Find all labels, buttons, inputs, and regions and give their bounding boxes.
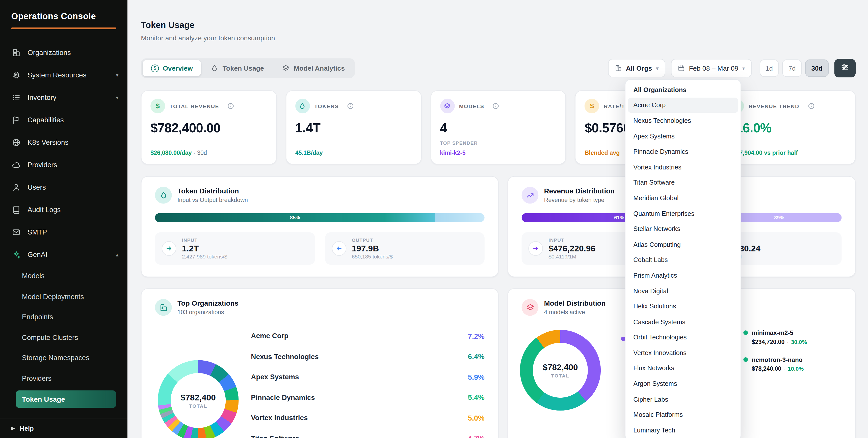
sidebar-subitem[interactable]: Providers [0, 368, 127, 389]
donut-center-label: $782,400 TOTAL [158, 360, 239, 438]
org-dropdown-item[interactable]: Apex Systems [628, 128, 738, 144]
sidebar-subitem[interactable]: Compute Clusters [0, 327, 127, 348]
info-icon[interactable] [228, 103, 235, 109]
range-7d-button[interactable]: 7d [782, 60, 802, 77]
org-row[interactable]: Acme Corp 7.2% [251, 326, 484, 346]
sidebar-subitem[interactable]: Storage Namespaces [0, 348, 127, 368]
layers-icon [522, 299, 538, 316]
sidebar-item-audit-logs[interactable]: Audit Logs [0, 198, 127, 221]
stat-value: ↑16.0% [730, 121, 846, 136]
help-button[interactable]: ▶ Help [0, 418, 127, 438]
legend-entry[interactable]: nemotron-3-nano $78,240.00 · 10.0% [743, 356, 807, 372]
range-1d-button[interactable]: 1d [760, 60, 779, 77]
org-dropdown-item[interactable]: Acme Corp [628, 97, 738, 113]
org-row[interactable]: Pinnacle Dynamics 5.4% [251, 387, 484, 408]
stat-footnote: 45.1B/day [295, 148, 323, 156]
page-title: Token Usage [141, 0, 856, 31]
org-dropdown-item[interactable]: Cipher Labs [628, 391, 738, 407]
org-dropdown-item[interactable]: Titan Software [628, 175, 738, 190]
stat-label: MODELS [459, 103, 484, 109]
org-dropdown-item[interactable]: Cascade Systems [628, 314, 738, 330]
sidebar-item-genai[interactable]: GenAI ▴ [0, 243, 127, 266]
org-dropdown-item[interactable]: Luminary Tech [628, 423, 738, 438]
org-dropdown-item[interactable]: Meridian Global [628, 190, 738, 205]
org-dropdown-item[interactable]: All Organizations [628, 82, 738, 97]
page-subtitle: Monitor and analyze your token consumpti… [141, 34, 856, 43]
view-tabs: $ Overview Token Usage Model Analytics [141, 58, 355, 78]
org-row[interactable]: Vortex Industries 5.0% [251, 408, 484, 428]
date-range-button[interactable]: Feb 08 – Mar 09 ▾ [671, 59, 751, 77]
org-dropdown-item[interactable]: Nexus Technologies [628, 113, 738, 128]
distribution-row: Token Distribution Input vs Output break… [141, 176, 856, 277]
stat-value: 1.4T [295, 121, 412, 136]
book-icon [11, 205, 21, 214]
org-dropdown-item[interactable]: Orbit Technologies [628, 330, 738, 345]
arrow-right-icon [162, 241, 177, 256]
sidebar-subitem[interactable]: Model Deployments [0, 287, 127, 307]
org-row[interactable]: Titan Software 4.7% [251, 428, 484, 438]
stat-value: 4 [440, 121, 557, 136]
tab-token-usage[interactable]: Token Usage [203, 60, 273, 76]
sidebar-subitem[interactable]: Endpoints [0, 307, 127, 327]
org-dropdown-item[interactable]: Vertex Innovations [628, 345, 738, 360]
org-dropdown-item[interactable]: Stellar Networks [628, 221, 738, 237]
stat-value: $782,400.00 [150, 121, 267, 136]
arrow-right-icon [528, 241, 543, 256]
tab-overview[interactable]: $ Overview [143, 60, 201, 76]
calendar-icon [678, 65, 685, 72]
sidebar-item-inventory[interactable]: Inventory ▾ [0, 87, 127, 109]
org-dropdown-item[interactable]: Pinnacle Dynamics [628, 144, 738, 159]
org-dropdown-item[interactable]: Argon Systems [628, 376, 738, 391]
token-distribution-card: Token Distribution Input vs Output break… [141, 176, 498, 277]
org-row[interactable]: Apex Systems 5.9% [251, 367, 484, 387]
mail-icon [11, 228, 21, 237]
sidebar-item-organizations[interactable]: Organizations [0, 42, 127, 64]
top-organizations-card: Top Organizations 103 organizations $782… [141, 288, 498, 438]
sidebar-item-smtp[interactable]: SMTP [0, 221, 127, 243]
stat-footnote: Blended avg [585, 148, 620, 156]
card-subtitle: Revenue by token type [544, 196, 615, 203]
tab-model-analytics[interactable]: Model Analytics [274, 60, 353, 76]
sidebar-subitem[interactable]: Models [0, 266, 127, 286]
sidebar-subitem[interactable]: Token Usage [16, 390, 116, 408]
org-dropdown-item[interactable]: Cobalt Labs [628, 252, 738, 268]
output-summary-box: OUTPUT 197.9B 650,185 tokens/$ [325, 232, 485, 265]
sidebar-item-users[interactable]: Users [0, 176, 127, 198]
filter-button[interactable] [834, 59, 856, 77]
card-subtitle: 4 models active [544, 308, 606, 315]
building-icon [11, 48, 21, 58]
org-dropdown-item[interactable]: Quantum Enterprises [628, 206, 738, 221]
org-dropdown-item[interactable]: Vortex Industries [628, 159, 738, 175]
sidebar-item-providers[interactable]: Providers [0, 154, 127, 176]
sidebar: Operations Console Organizations System … [0, 0, 127, 438]
dollar-icon: $ [585, 99, 599, 113]
donut-center-label: $782,400 TOTAL [520, 330, 601, 410]
sidebar-item-system-resources[interactable]: System Resources ▾ [0, 64, 127, 87]
stat-card-tokens: TOKENS 1.4T 45.1B/day [286, 90, 422, 164]
org-filter-button[interactable]: All Orgs ▾ [608, 59, 665, 77]
org-dropdown-item[interactable]: Nova Digital [628, 283, 738, 299]
info-icon[interactable] [808, 103, 814, 109]
token-distribution-icon [155, 187, 172, 204]
org-row[interactable]: Nexus Technologies 6.4% [251, 346, 484, 367]
range-30d-button[interactable]: 30d [805, 60, 829, 77]
sidebar-item-k8s-versions[interactable]: K8s Versions [0, 131, 127, 154]
org-dropdown-item[interactable]: Helix Solutions [628, 299, 738, 314]
globe-icon [11, 138, 21, 147]
chevron-up-icon: ▴ [116, 252, 118, 258]
info-icon[interactable] [493, 103, 499, 109]
org-dropdown-item[interactable]: Flux Networks [628, 361, 738, 376]
dollar-circle-icon: $ [151, 64, 159, 72]
org-dropdown-item[interactable]: Mosaic Platforms [628, 407, 738, 423]
layers-icon [282, 64, 290, 72]
token-split-bar: 85% [155, 213, 485, 222]
card-subtitle: 103 organizations [178, 308, 239, 315]
main-content: Token Usage Monitor and analyze your tok… [127, 0, 868, 438]
org-dropdown-item[interactable]: Atlas Computing [628, 237, 738, 252]
org-dropdown-item[interactable]: Prism Analytics [628, 268, 738, 283]
card-subtitle: Input vs Output breakdown [178, 196, 248, 203]
legend-entry[interactable]: minimax-m2-5 $234,720.00 · 30.0% [743, 329, 807, 345]
info-icon[interactable] [347, 103, 354, 109]
sparkle-icon [11, 250, 21, 260]
sidebar-item-capabilities[interactable]: Capabilities [0, 109, 127, 131]
